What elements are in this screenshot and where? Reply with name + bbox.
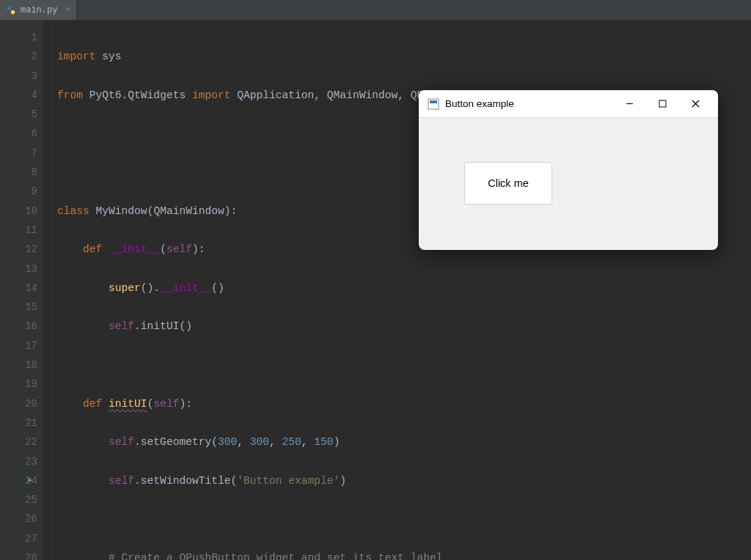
window-title: Button example (445, 98, 613, 109)
svg-rect-3 (430, 100, 437, 103)
line-number: 19 (0, 375, 37, 394)
line-number: 22 (0, 432, 37, 452)
line-number: 3 (0, 67, 37, 86)
line-number-gutter: 1 2 3 4 5 6 7 8 9 10 11 12 13 14 15 16 1… (0, 21, 43, 560)
python-file-icon (6, 5, 16, 15)
close-icon (692, 100, 700, 108)
maximize-button[interactable] (646, 93, 679, 115)
window-body: Click me (419, 118, 718, 250)
line-number: 7 (0, 144, 37, 163)
line-number: 21 (0, 413, 37, 432)
button-label: Click me (488, 177, 529, 189)
tab-bar: main.py × (0, 0, 751, 21)
close-tab-icon[interactable]: × (65, 4, 70, 15)
run-gutter-icon[interactable]: ▶ (28, 471, 33, 490)
line-number: 10 (0, 202, 37, 221)
qt-app-window: Button example Click me (419, 90, 718, 250)
minimize-icon (626, 100, 634, 108)
line-number: 25 (0, 490, 37, 509)
line-number: 14 (0, 279, 37, 298)
line-number: 1 (0, 28, 37, 47)
svg-rect-1 (11, 10, 15, 14)
line-number: 18 (0, 355, 37, 375)
line-number: 11 (0, 221, 37, 240)
line-number: 28 (0, 548, 37, 560)
maximize-icon (659, 100, 667, 108)
file-tab-main[interactable]: main.py × (0, 0, 77, 20)
line-number: 9 (0, 182, 37, 201)
line-number: 17 (0, 336, 37, 355)
line-number: 5 (0, 105, 37, 124)
line-number: 12 (0, 240, 37, 259)
line-number: 27 (0, 529, 37, 548)
line-number: 13 (0, 259, 37, 279)
line-number: 15 (0, 298, 37, 317)
line-number: 20 (0, 394, 37, 413)
line-number: 23 (0, 452, 37, 471)
line-number: 8 (0, 163, 37, 182)
line-number: 4 (0, 86, 37, 105)
line-number: 16 (0, 317, 37, 336)
fold-column (43, 21, 53, 560)
minimize-button[interactable] (613, 93, 646, 115)
tab-filename: main.py (21, 5, 57, 15)
window-titlebar[interactable]: Button example (419, 90, 718, 118)
qt-app-icon (428, 98, 439, 110)
svg-rect-5 (659, 100, 666, 107)
window-close-button[interactable] (679, 93, 712, 115)
svg-rect-0 (7, 6, 11, 10)
line-number: 26 (0, 509, 37, 528)
click-me-button[interactable]: Click me (464, 162, 552, 205)
line-number: 2 (0, 47, 37, 66)
line-number: 6 (0, 124, 37, 143)
